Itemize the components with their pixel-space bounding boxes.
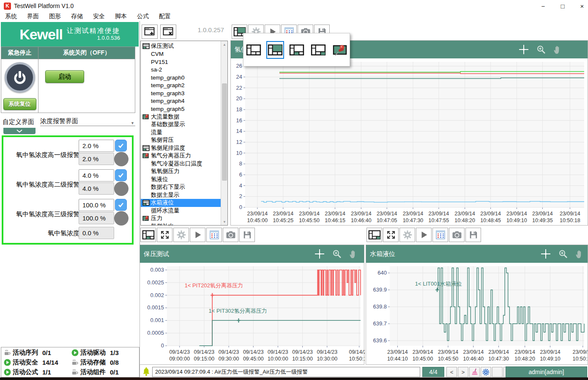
pan-hand-icon[interactable] (575, 249, 584, 259)
collapse-tab[interactable] (3, 128, 36, 134)
list-item[interactable]: 数据主显示 (141, 191, 221, 199)
svg-text:09/14/23: 09/14/23 (292, 349, 313, 355)
user-badge[interactable]: admin[admin] (506, 366, 587, 377)
scrollbar-thumb[interactable] (222, 83, 227, 181)
layout-option-pin[interactable] (331, 41, 349, 59)
list-item[interactable]: 压力 (141, 215, 221, 223)
alarm-setpoint-field[interactable]: 100.0 % (79, 199, 114, 211)
new-window-button[interactable] (142, 25, 158, 39)
snapshot-button[interactable] (449, 228, 465, 242)
scroll-up-icon[interactable]: ▲ (221, 41, 228, 48)
svg-text:1< PIT202氧分离器压力: 1< PIT202氧分离器压力 (185, 282, 243, 289)
menu-storage[interactable]: 存储 (66, 13, 88, 20)
list-item[interactable]: 氢侧补水 (141, 223, 221, 226)
sound-button[interactable] (492, 367, 503, 377)
settings-button[interactable] (399, 228, 415, 242)
close-button[interactable]: × (572, 0, 588, 12)
clear-alarms-button[interactable] (469, 367, 480, 377)
list-scrollbar[interactable]: ▲ ▼ (221, 41, 227, 225)
zoom-icon[interactable] (332, 249, 342, 259)
crosshair-icon[interactable] (314, 248, 325, 259)
svg-text:23/09/14: 23/09/14 (387, 349, 408, 355)
alarm-state-lamp (114, 152, 129, 166)
crosshair-icon[interactable] (518, 44, 529, 55)
menu-config[interactable]: 配置 (154, 13, 176, 20)
layout-option-main-top[interactable] (266, 41, 284, 59)
save-button[interactable] (239, 228, 255, 242)
menu-graphics[interactable]: 图形 (44, 13, 66, 20)
layout-option-bottom-right[interactable] (309, 41, 327, 59)
emergency-stop-button[interactable] (5, 62, 35, 93)
system-reset-button[interactable]: 系统复位 (3, 98, 36, 110)
zoom-icon[interactable] (558, 249, 568, 259)
system-state-header: 系统关闭（OFF） (38, 47, 135, 59)
list-item[interactable]: temp_graph0 (141, 74, 221, 82)
alarm-message-box[interactable]: 2023/09/14 09:27:09.4 : Air压力低一级报警_Air压力… (152, 367, 420, 377)
expand-button[interactable] (383, 228, 399, 242)
crosshair-icon[interactable] (540, 248, 551, 259)
list-item[interactable]: temp_graph3 (141, 89, 221, 97)
list-item[interactable]: 氢气分离器压力 (141, 152, 221, 160)
menu-security[interactable]: 安全 (88, 13, 110, 20)
list-item[interactable]: 氢氧侧压力 (141, 168, 221, 176)
list-item[interactable]: temp_graph4 (141, 97, 221, 105)
run-button[interactable] (416, 228, 432, 242)
layout-button[interactable] (140, 228, 156, 242)
list-item[interactable]: temp_graph5 (141, 105, 221, 113)
scroll-down-icon[interactable]: ▼ (221, 218, 228, 225)
list-item[interactable]: sa-2 (141, 66, 221, 74)
list-item[interactable]: 大流量数据 (141, 113, 221, 121)
run-button[interactable] (190, 228, 205, 242)
list-item[interactable]: 氢液位 (141, 176, 221, 184)
next-page-button[interactable]: > (458, 367, 468, 377)
list-item[interactable]: temp_graph2 (141, 82, 221, 90)
snapshot-button[interactable] (223, 228, 238, 242)
list-item[interactable]: 循环水流量 (141, 207, 221, 215)
left-chart-plot[interactable]: 09/14/2309:00:0009/14/2309:15:0009/14/23… (140, 263, 365, 365)
data-table-button[interactable] (206, 228, 222, 242)
custom-ui-select[interactable]: 浓度报警界面 ▼ (40, 117, 135, 126)
list-item[interactable]: 基础数据显示 (141, 121, 221, 129)
close-window-button[interactable] (160, 25, 176, 39)
menu-system[interactable]: 系统 (0, 13, 22, 20)
menu-interface[interactable]: 界面 (22, 13, 44, 20)
list-item[interactable]: PV151 (141, 58, 221, 66)
prev-page-button[interactable]: < (446, 367, 457, 377)
start-button[interactable]: 启动 (45, 70, 84, 83)
alarm-settings-button[interactable] (481, 367, 491, 377)
svg-text:10:49:10: 10:49:10 (506, 218, 527, 223)
settings-button[interactable] (173, 228, 189, 242)
alarm-setpoint-field[interactable]: 4.0 % (79, 169, 114, 182)
maximize-button[interactable]: □ (553, 0, 572, 12)
svg-text:10:46:15: 10:46:15 (325, 218, 345, 223)
list-item[interactable]: CVM (141, 50, 221, 58)
layout-option-bottom-left[interactable] (288, 41, 306, 59)
menu-script[interactable]: 脚本 (110, 13, 132, 20)
minimize-button[interactable]: − (533, 0, 553, 12)
list-item[interactable]: 保压测试 (141, 42, 221, 50)
list-item[interactable]: 氢气冷凝器出口温度 (141, 160, 221, 168)
list-item[interactable]: 流量 (141, 129, 221, 137)
alarm-enable-checkbox[interactable] (115, 169, 127, 181)
main-chart-plot[interactable]: 23/09/1410:45:0023/09/1410:45:2523/09/14… (231, 58, 588, 226)
activity-item: 活动安全 14/14 (4, 358, 71, 366)
pan-hand-icon[interactable] (349, 249, 358, 259)
layout-button[interactable] (366, 228, 382, 242)
expand-button[interactable] (157, 228, 172, 242)
alarm-enable-checkbox[interactable] (115, 199, 127, 211)
menu-formula[interactable]: 公式 (132, 13, 154, 20)
svg-text:10:45:25: 10:45:25 (273, 218, 293, 223)
right-chart-plot[interactable]: 23/09/1410:44:1023/09/1410:45:0023/09/14… (366, 263, 588, 365)
list-item[interactable]: 水箱液位 (141, 199, 221, 207)
alarm-enable-checkbox[interactable] (115, 140, 127, 151)
save-button[interactable] (465, 228, 481, 242)
list-item[interactable]: 数据右下显示 (141, 183, 221, 191)
alarm-setpoint-field[interactable]: 2.0 % (79, 140, 114, 152)
layout-option-plain[interactable] (245, 41, 263, 59)
data-table-button[interactable] (432, 228, 448, 242)
list-item[interactable]: 氢侧尾排温度 (141, 144, 221, 152)
svg-text:10:15:00: 10:15:00 (292, 356, 313, 362)
zoom-icon[interactable] (536, 44, 546, 55)
pan-hand-icon[interactable] (553, 44, 562, 55)
list-item[interactable]: 氢侧背压 (141, 136, 221, 144)
